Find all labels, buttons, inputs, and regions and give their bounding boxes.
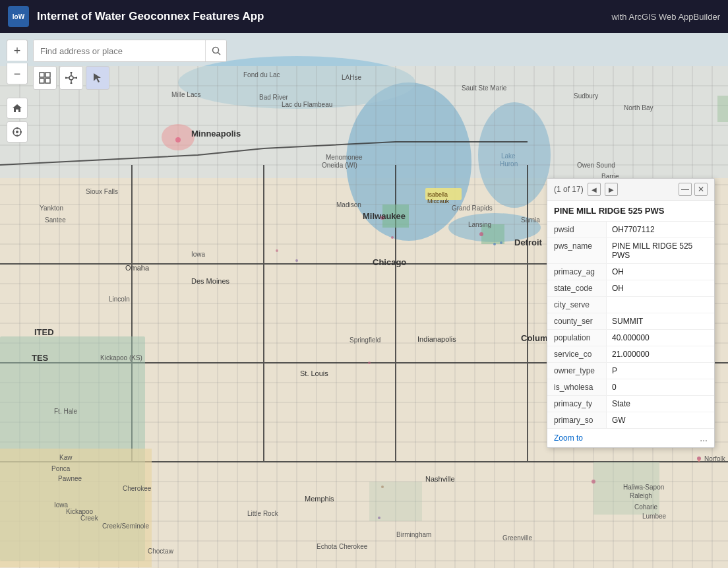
map-container[interactable]: Lake Huron Isabella Miccauk + − — [0, 33, 728, 568]
svg-marker-111 — [13, 104, 22, 112]
popup-row: pws_namePINE MILL RIDGE 525 PWS — [547, 238, 714, 264]
more-options-button[interactable]: ... — [700, 433, 708, 443]
popup-field-key: service_co — [547, 346, 607, 362]
svg-point-108 — [65, 77, 67, 79]
popup-navigation: (1 of 17) ◀ ▶ — [554, 183, 618, 196]
popup-field-key: primacy_ty — [547, 396, 607, 412]
popup-field-value: SUMMIT — [607, 313, 714, 329]
popup-row: is_wholesa0 — [547, 379, 714, 396]
svg-rect-73 — [593, 462, 659, 515]
app-title: Internet of Water Geoconnex Features App — [37, 10, 603, 23]
svg-point-83 — [592, 480, 595, 484]
grid-tool-button[interactable] — [33, 66, 57, 90]
popup-row: primacy_agOH — [547, 264, 714, 280]
map-tools — [33, 66, 109, 90]
svg-rect-70 — [382, 205, 409, 228]
svg-marker-110 — [94, 73, 101, 82]
popup-field-key: state_code — [547, 280, 607, 296]
popup-field-value — [607, 297, 714, 313]
svg-text:Miccauk: Miccauk — [427, 198, 450, 205]
popup-prev-button[interactable]: ◀ — [588, 183, 601, 196]
popup-field-key: pwsid — [547, 222, 607, 237]
svg-rect-94 — [717, 96, 728, 122]
cursor-tool-button[interactable] — [86, 66, 109, 90]
svg-point-87 — [381, 486, 384, 488]
popup-field-value: 21.000000 — [607, 346, 714, 362]
popup-field-value: P — [607, 363, 714, 379]
svg-text:Lake: Lake — [501, 152, 516, 160]
svg-rect-69 — [0, 449, 152, 567]
popup-field-key: owner_type — [547, 363, 607, 379]
left-toolbar: + − — [7, 40, 28, 84]
svg-point-85 — [698, 459, 700, 462]
popup-row: primary_soGW — [547, 412, 714, 428]
popup-header: (1 of 17) ◀ ▶ — ✕ — [547, 179, 714, 201]
search-input[interactable] — [34, 40, 205, 61]
popup-field-key: population — [547, 330, 607, 346]
app-logo: IoW — [8, 6, 29, 27]
popup-field-key: primacy_ag — [547, 264, 607, 280]
svg-point-86 — [378, 517, 380, 519]
svg-point-77 — [391, 236, 394, 239]
popup-field-key: city_serve — [547, 297, 607, 313]
popup-row: owner_typeP — [547, 363, 714, 379]
popup-field-value: OH — [607, 280, 714, 296]
svg-point-79 — [500, 241, 502, 244]
svg-point-88 — [175, 137, 181, 142]
svg-point-95 — [212, 47, 218, 53]
location-button[interactable] — [7, 121, 28, 142]
svg-point-82 — [368, 362, 371, 364]
popup-field-value: 40.000000 — [607, 330, 714, 346]
popup-next-button[interactable]: ▶ — [605, 183, 618, 196]
popup-footer: Zoom to ... — [547, 428, 714, 447]
popup-field-value: GW — [607, 412, 714, 428]
app-subtitle: with ArcGIS Web AppBuilder — [611, 12, 720, 22]
popup-close-button[interactable]: ✕ — [694, 183, 708, 196]
app-header: IoW Internet of Water Geoconnex Features… — [0, 0, 728, 33]
zoom-in-button[interactable]: + — [7, 40, 28, 61]
svg-rect-97 — [40, 73, 44, 77]
svg-rect-71 — [481, 224, 504, 244]
svg-rect-99 — [40, 79, 44, 83]
search-button[interactable] — [205, 40, 226, 61]
search-bar[interactable] — [33, 40, 227, 62]
popup-row: county_serSUMMIT — [547, 313, 714, 330]
popup-row: primacy_tyState — [547, 396, 714, 412]
zoom-to-link[interactable]: Zoom to — [554, 433, 583, 443]
home-button[interactable] — [7, 98, 28, 119]
svg-point-113 — [16, 131, 18, 133]
svg-text:Isabella: Isabella — [427, 191, 448, 198]
popup-field-key: is_wholesa — [547, 379, 607, 395]
zoom-out-button[interactable]: − — [7, 63, 28, 84]
popup-row: state_codeOH — [547, 280, 714, 297]
svg-point-109 — [76, 77, 78, 79]
popup-panel: (1 of 17) ◀ ▶ — ✕ PINE MILL RIDGE 525 PW… — [547, 178, 715, 448]
popup-field-key: county_ser — [547, 313, 607, 329]
svg-rect-100 — [46, 79, 50, 83]
svg-line-96 — [218, 53, 220, 55]
popup-field-value: PINE MILL RIDGE 525 PWS — [607, 238, 714, 263]
popup-row: service_co21.000000 — [547, 346, 714, 363]
network-tool-button[interactable] — [59, 66, 83, 90]
popup-field-key: pws_name — [547, 238, 607, 263]
popup-field-value: 0 — [607, 379, 714, 395]
svg-point-101 — [69, 76, 73, 80]
svg-point-106 — [71, 72, 73, 74]
popup-row: population40.000000 — [547, 330, 714, 346]
svg-point-78 — [493, 243, 496, 245]
svg-point-76 — [479, 232, 483, 236]
svg-point-75 — [380, 216, 384, 220]
popup-field-value: OH7707112 — [607, 222, 714, 237]
popup-row: pwsidOH7707112 — [547, 222, 714, 238]
popup-field-value: OH — [607, 264, 714, 280]
popup-collapse-button[interactable]: — — [679, 183, 692, 196]
popup-row: city_serve — [547, 297, 714, 313]
popup-title: PINE MILL RIDGE 525 PWS — [547, 201, 714, 222]
svg-text:Huron: Huron — [500, 160, 518, 168]
popup-nav-label: (1 of 17) — [554, 185, 584, 194]
svg-rect-74 — [369, 482, 422, 521]
popup-content: pwsidOH7707112pws_namePINE MILL RIDGE 52… — [547, 222, 714, 428]
svg-rect-98 — [46, 73, 50, 77]
svg-point-81 — [295, 259, 298, 262]
svg-point-107 — [71, 82, 73, 84]
